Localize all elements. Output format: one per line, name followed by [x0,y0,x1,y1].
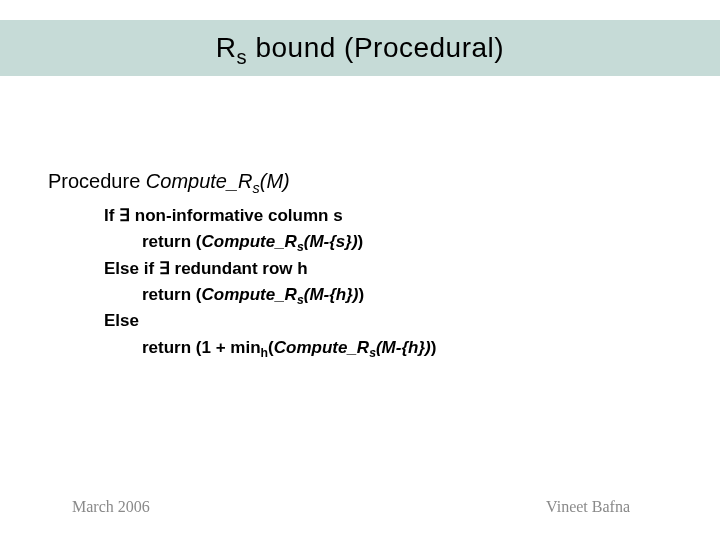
line-2: return (Compute_Rs(M-{s})) [142,229,672,255]
line-5-text: Else [104,311,139,330]
line-2-sub: s [297,241,304,255]
proc-name: Compute_Rs(M) [146,170,290,192]
footer-date: March 2006 [72,498,150,516]
title-pre: R [216,32,237,63]
line-6-d: (M-{h}) [376,338,431,357]
line-4-sub: s [297,293,304,307]
line-2-c: (M-{s}) [304,232,358,251]
line-4-d: ) [358,285,364,304]
line-2-a: return ( [142,232,202,251]
line-6-call: Compute_Rs(M-{h}) [274,338,431,357]
procedure-heading: Procedure Compute_Rs(M) [48,170,672,193]
line-6: return (1 + minh(Compute_Rs(M-{h})) [142,335,672,361]
title-sub: s [237,46,248,68]
slide-footer: March 2006 Vineet Bafna [0,498,720,516]
line-2-d: ) [358,232,364,251]
line-2-call: Compute_Rs(M-{s}) [202,232,358,251]
title-post: bound (Procedural) [247,32,504,63]
footer-author: Vineet Bafna [546,498,630,516]
proc-name-sub: s [253,180,260,196]
line-4-c: (M-{h}) [304,285,359,304]
line-1-text: If ∃ non-informative column s [104,206,343,225]
slide-title: Rs bound (Procedural) [216,32,504,64]
procedure-lines: If ∃ non-informative column s return (Co… [104,203,672,361]
line-1: If ∃ non-informative column s [104,203,672,229]
line-6-sub1: h [261,346,268,360]
line-4: return (Compute_Rs(M-{h})) [142,282,672,308]
slide-body: Procedure Compute_Rs(M) If ∃ non-informa… [48,170,672,361]
proc-name-post: (M) [260,170,290,192]
line-6-sub2: s [369,346,376,360]
line-3: Else if ∃ redundant row h [104,256,672,282]
title-band: Rs bound (Procedural) [0,20,720,76]
line-2-b: Compute_R [202,232,297,251]
line-6-e: ) [431,338,437,357]
line-4-a: return ( [142,285,202,304]
slide: Rs bound (Procedural) Procedure Compute_… [0,0,720,540]
line-5: Else [104,308,672,334]
proc-lead: Procedure [48,170,146,192]
proc-name-pre: Compute_R [146,170,253,192]
line-4-call: Compute_Rs(M-{h}) [202,285,359,304]
line-6-a: return (1 + min [142,338,261,357]
line-4-b: Compute_R [202,285,297,304]
line-6-c: Compute_R [274,338,369,357]
line-3-text: Else if ∃ redundant row h [104,259,308,278]
